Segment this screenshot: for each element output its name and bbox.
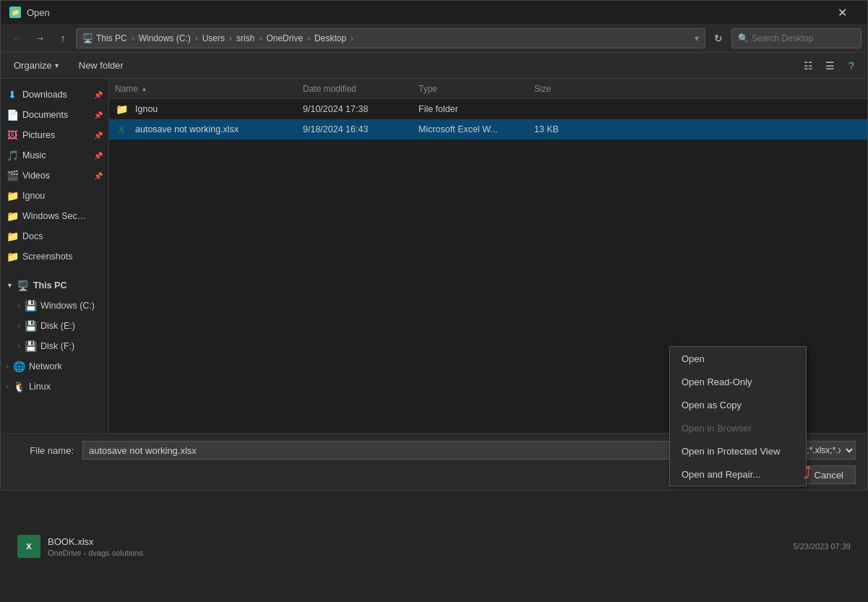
address-part-srish: srish [236,33,254,43]
sidebar-item-network[interactable]: › 🌐 Network [1,356,108,377]
docs-folder-icon: 📁 [7,231,18,242]
recent-file-icon: X [17,535,40,558]
search-bar[interactable]: 🔍 [731,28,861,48]
excel-file-icon: X [115,123,128,136]
videos-icon: 🎬 [7,170,18,181]
windowsc-expand-icon: › [18,302,20,309]
sidebar: ⬇ Downloads 📌 📄 Documents 📌 🖼 Pictures 📌… [1,79,109,433]
sidebar-label-downloads: Downloads [22,90,67,100]
view-layout-button[interactable]: ☷ [798,56,818,76]
app-icon: 📁 [9,7,21,18]
sidebar-item-screenshots[interactable]: 📁 Screenshots [1,246,108,267]
sidebar-item-ignou[interactable]: 📁 Ignou [1,186,108,206]
close-button[interactable]: ✕ [825,1,859,24]
sidebar-label-diskf: Disk (F:) [40,341,74,351]
organize-chevron-icon: ▾ [55,61,59,69]
up-button[interactable]: ↑ [53,28,73,48]
view-toggle-button[interactable]: ☰ [820,56,840,76]
open-dropdown-menu: Open Open Read-Only Open as Copy Open in… [669,346,807,486]
diskf-disk-icon: 💾 [25,340,36,352]
sidebar-label-network: Network [29,361,62,371]
arrow-indicator: ⤴ [804,464,812,483]
back-button[interactable]: ← [7,28,27,48]
diske-expand-icon: › [18,322,20,330]
pictures-icon: 🖼 [7,129,18,141]
dropdown-item-open-as-copy[interactable]: Open as Copy [670,393,806,416]
secondary-toolbar: Organize ▾ New folder ☷ ☰ ? [1,53,867,79]
sidebar-item-documents[interactable]: 📄 Documents 📌 [1,105,108,125]
dropdown-item-open-and-repair[interactable]: Open and Repair... [670,463,806,486]
list-item[interactable]: X BOOK.xlsx OneDrive - dvags solutions 5… [12,530,856,562]
dropdown-item-open-protected-view[interactable]: Open in Protected View [670,439,806,463]
dropdown-item-open[interactable]: Open [670,347,806,370]
screenshots-folder-icon: 📁 [7,251,18,262]
recent-file-info: BOOK.xlsx OneDrive - dvags solutions [48,536,143,557]
sidebar-item-windowsSecuri[interactable]: 📁 Windows Securi... [1,206,108,226]
windowsc-disk-icon: 💾 [25,300,36,311]
sidebar-item-diske[interactable]: › 💾 Disk (E:) [1,316,108,336]
dropdown-item-open-readonly[interactable]: Open Read-Only [670,370,806,393]
recent-area: X BOOK.xlsx OneDrive - dvags solutions 5… [0,490,868,602]
sidebar-label-linux: Linux [29,382,51,392]
filename-label: File name: [12,445,74,456]
sidebar-item-linux[interactable]: › 🐧 Linux [1,377,108,397]
downloads-icon: ⬇ [7,89,18,100]
help-button[interactable]: ? [841,56,861,76]
file-name-xlsx: X autosave not working.xlsx [109,123,297,136]
new-folder-button[interactable]: New folder [72,56,131,75]
file-type-ignou: File folder [413,104,528,114]
thispc-expand-icon: ▼ [7,282,13,289]
ignou-folder-icon: 📁 [7,190,18,202]
linux-icon: 🐧 [13,381,25,392]
sidebar-label-music: Music [22,150,46,160]
address-dropdown-icon[interactable]: ▾ [695,33,699,43]
sidebar-item-music[interactable]: 🎵 Music 📌 [1,145,108,165]
address-part-thispc: This PC [96,33,127,43]
thispc-icon: 🖥️ [17,280,29,291]
column-header-size[interactable]: Size [528,84,586,94]
address-bar[interactable]: 🖥️ This PC › Windows (C:) › Users › sris… [76,28,705,48]
file-name-ignou: 📁 Ignou [109,103,297,116]
address-part-onedrive: OneDrive [266,33,303,43]
pin-icon-documents: 📌 [94,111,103,119]
sidebar-item-diskf[interactable]: › 💾 Disk (F:) [1,336,108,356]
column-header-date[interactable]: Date modified [297,84,413,94]
search-input[interactable] [752,33,846,43]
sidebar-label-documents: Documents [22,110,68,120]
table-row[interactable]: 📁 Ignou 9/10/2024 17:38 File folder [109,99,867,119]
pin-icon-pictures: 📌 [94,132,103,139]
title-bar: 📁 Open ✕ [1,1,867,24]
column-header-type[interactable]: Type [413,84,528,94]
sidebar-label-windowsc: Windows (C:) [40,301,95,311]
forward-button[interactable]: → [30,28,50,48]
new-folder-label: New folder [79,60,124,71]
sidebar-item-pictures[interactable]: 🖼 Pictures 📌 [1,125,108,145]
network-expand-icon: › [7,363,9,370]
sidebar-label-docs: Docs [22,231,43,241]
column-header-name[interactable]: Name ▲ [109,84,297,94]
sidebar-item-downloads[interactable]: ⬇ Downloads 📌 [1,85,108,105]
refresh-button[interactable]: ↻ [708,28,729,48]
sort-icon: ▲ [141,85,147,93]
sidebar-item-windowsc[interactable]: › 💾 Windows (C:) [1,296,108,316]
address-part-desktop: Desktop [314,33,346,43]
network-icon: 🌐 [13,361,25,372]
sidebar-thispc-header[interactable]: ▼ 🖥️ This PC [1,275,108,296]
diske-disk-icon: 💾 [25,320,36,332]
music-icon: 🎵 [7,150,18,161]
file-list-header: Name ▲ Date modified Type Size [109,79,867,99]
table-row[interactable]: X autosave not working.xlsx 9/18/2024 16… [109,119,867,139]
sidebar-label-windowssecuri: Windows Securi... [22,211,87,221]
address-part-users: Users [202,33,225,43]
sidebar-label-ignou: Ignou [22,191,45,201]
file-date-xlsx: 9/18/2024 16:43 [297,124,413,134]
organize-button[interactable]: Organize ▾ [7,56,66,75]
linux-expand-icon: › [7,383,9,390]
search-icon: 🔍 [738,33,749,43]
folder-icon: 📁 [115,103,128,116]
filename-input[interactable] [82,441,717,460]
sidebar-item-docs[interactable]: 📁 Docs [1,226,108,246]
title-bar-left: 📁 Open [9,7,50,18]
recent-file-date: 5/23/2023 07:39 [793,542,851,551]
sidebar-item-videos[interactable]: 🎬 Videos 📌 [1,165,108,186]
